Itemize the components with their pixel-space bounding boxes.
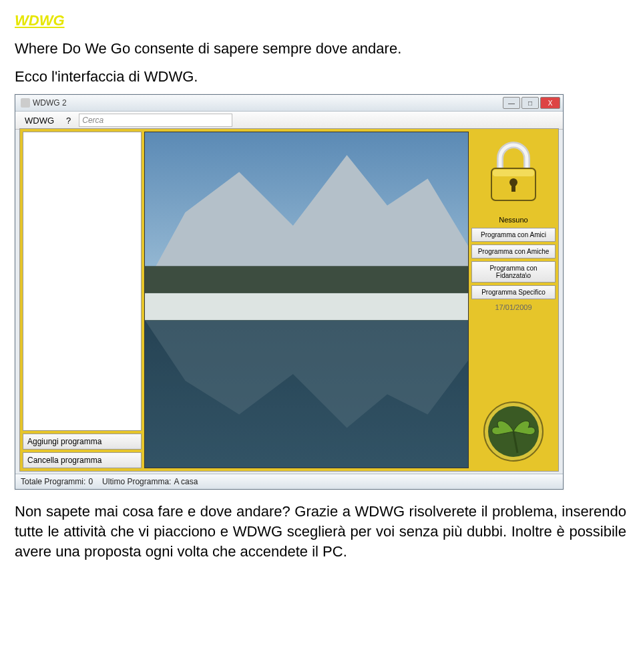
- search-input[interactable]: Cerca: [79, 114, 232, 127]
- status-last-value: A casa: [174, 477, 198, 486]
- app-screenshot: WDWG 2 — □ X WDWG ? Cerca Aggiungi progr…: [15, 94, 564, 490]
- intro-1: Where Do We Go consente di sapere sempre…: [15, 39, 626, 59]
- status-total-label: Totale Programmi:: [21, 477, 85, 486]
- close-button[interactable]: X: [540, 97, 560, 109]
- delete-program-button[interactable]: Cancella programma: [23, 452, 142, 468]
- intro-2: Ecco l'interfaccia di WDWG.: [15, 67, 626, 87]
- menubar: WDWG ? Cerca: [15, 112, 563, 130]
- svg-rect-2: [145, 293, 468, 320]
- window-title: WDWG 2: [33, 98, 67, 108]
- doc-title: WDWG: [15, 12, 626, 29]
- statusbar: Totale Programmi: 0 Ultimo Programma: A …: [15, 474, 563, 489]
- outro-paragraph: Non sapete mai cosa fare e dove andare? …: [15, 502, 626, 561]
- app-icon: [21, 98, 30, 108]
- status-last-label: Ultimo Programma:: [102, 477, 171, 486]
- program-girlfriends-button[interactable]: Programma con Amiche: [471, 244, 556, 259]
- status-total-value: 0: [88, 477, 93, 486]
- add-program-button[interactable]: Aggiungi programma: [23, 434, 142, 450]
- nessuno-label: Nessuno: [471, 214, 556, 225]
- svg-rect-5: [493, 170, 534, 176]
- program-list[interactable]: [23, 132, 142, 431]
- clover-icon: [471, 395, 556, 468]
- app-body: Aggiungi programma Cancella programma: [19, 128, 559, 472]
- menu-help[interactable]: ?: [62, 114, 75, 127]
- lock-icon: [471, 132, 556, 212]
- titlebar: WDWG 2 — □ X: [15, 95, 563, 112]
- minimize-button[interactable]: —: [503, 97, 520, 109]
- program-partner-button[interactable]: Programma con Fidanzata\o: [471, 261, 556, 283]
- maximize-button[interactable]: □: [521, 97, 539, 109]
- program-specific-button[interactable]: Programma Specifico: [471, 285, 556, 299]
- menu-wdwg[interactable]: WDWG: [21, 114, 58, 127]
- wallpaper-image: [144, 132, 469, 468]
- left-panel: Aggiungi programma Cancella programma: [23, 132, 142, 468]
- right-panel: Nessuno Programma con Amici Programma co…: [471, 132, 556, 468]
- date-label: 17/01/2009: [471, 302, 556, 313]
- program-friends-button[interactable]: Programma con Amici: [471, 228, 556, 242]
- svg-rect-7: [511, 182, 515, 192]
